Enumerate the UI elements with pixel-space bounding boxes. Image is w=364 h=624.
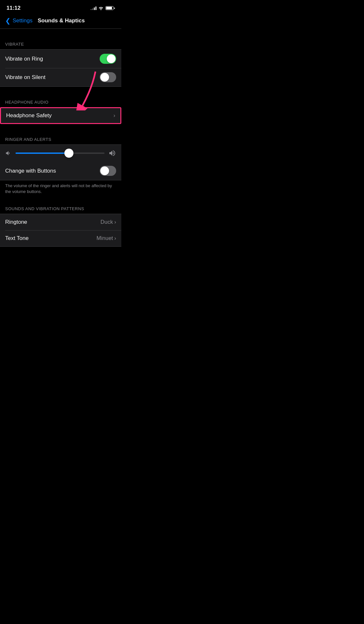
annotation-container: Headphone Safety › <box>0 107 121 124</box>
headphone-safety-label: Headphone Safety <box>6 112 52 119</box>
nav-header: ❮ Settings Sounds & Haptics <box>0 14 121 28</box>
text-tone-value-container: Minuet › <box>96 235 116 242</box>
ringer-footer-note: The volume of the ringer and alerts will… <box>0 180 121 200</box>
status-time: 11:12 <box>6 5 20 11</box>
headphone-gap <box>0 87 121 93</box>
ringer-gap <box>0 124 121 130</box>
page-title: Sounds & Haptics <box>38 17 84 24</box>
headphone-safety-chevron-icon: › <box>114 113 115 119</box>
vibrate-on-silent-toggle[interactable] <box>100 72 116 82</box>
ringtone-row[interactable]: Ringtone Duck › <box>0 214 121 230</box>
ringtone-label: Ringtone <box>5 219 27 225</box>
text-tone-row[interactable]: Text Tone Minuet › <box>0 230 121 246</box>
signal-icon <box>91 6 96 10</box>
back-chevron-icon: ❮ <box>5 17 11 25</box>
sounds-section-header: SOUNDS AND VIBRATION PATTERNS <box>0 200 121 214</box>
headphone-section-header: HEADPHONE AUDIO <box>0 93 121 107</box>
change-with-buttons-label: Change with Buttons <box>5 168 56 174</box>
vibrate-gap <box>0 29 121 35</box>
toggle-knob-silent <box>100 73 109 82</box>
back-button[interactable]: ❮ Settings <box>5 17 32 25</box>
back-label: Settings <box>13 17 32 24</box>
text-tone-chevron-icon: › <box>114 235 116 242</box>
battery-icon <box>105 6 115 10</box>
volume-high-icon <box>108 149 116 157</box>
status-icons <box>91 6 115 10</box>
volume-slider-thumb[interactable] <box>64 149 73 158</box>
vibrate-on-ring-row: Vibrate on Ring <box>0 50 121 68</box>
text-tone-value: Minuet <box>96 235 113 242</box>
volume-slider-fill <box>16 153 69 154</box>
vibrate-on-silent-label: Vibrate on Silent <box>5 74 45 81</box>
ringtone-value: Duck <box>101 219 113 225</box>
vibrate-on-silent-row: Vibrate on Silent <box>0 68 121 86</box>
vibrate-on-ring-label: Vibrate on Ring <box>5 56 43 62</box>
text-tone-label: Text Tone <box>5 235 28 242</box>
wifi-icon <box>98 6 104 10</box>
ringtone-chevron-icon: › <box>114 219 116 225</box>
sounds-group: Ringtone Duck › Text Tone Minuet › <box>0 214 121 247</box>
vibrate-group: Vibrate on Ring Vibrate on Silent <box>0 49 121 87</box>
toggle-knob <box>107 54 116 63</box>
ringtone-value-container: Duck › <box>101 219 116 225</box>
vibrate-on-ring-toggle[interactable] <box>100 54 116 64</box>
volume-slider-row <box>0 145 121 162</box>
toggle-knob-buttons <box>100 166 109 175</box>
change-with-buttons-row: Change with Buttons <box>0 162 121 180</box>
volume-low-icon <box>5 150 12 156</box>
status-bar: 11:12 <box>0 0 121 14</box>
volume-slider-track[interactable] <box>16 153 105 154</box>
ringer-group: Change with Buttons <box>0 144 121 180</box>
change-with-buttons-toggle[interactable] <box>100 166 116 176</box>
headphone-safety-row[interactable]: Headphone Safety › <box>0 107 121 124</box>
vibrate-section-header: VIBRATE <box>0 35 121 49</box>
ringer-section-header: RINGER AND ALERTS <box>0 130 121 144</box>
